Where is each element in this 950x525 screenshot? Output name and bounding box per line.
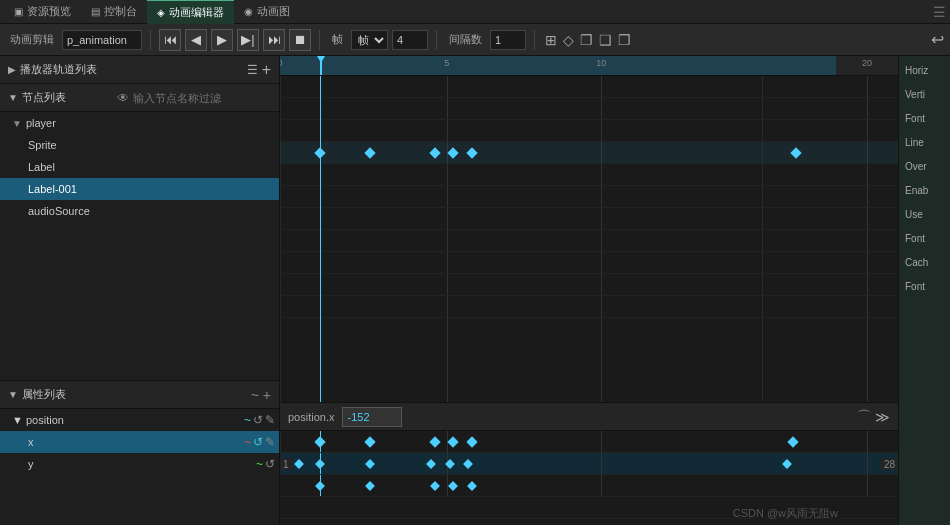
copy-icon[interactable]: ❐	[578, 32, 595, 48]
frame-value-input[interactable]	[392, 30, 428, 50]
prop-position-key-icon[interactable]: ✎	[265, 413, 275, 427]
ruler-mark-0: 0	[280, 58, 283, 68]
track-row-empty-5	[280, 274, 898, 296]
prop-y-reset-icon[interactable]: ↺	[265, 457, 275, 471]
kf-x-6[interactable]	[782, 459, 792, 469]
prop-position-wave-icon[interactable]: ~	[244, 413, 251, 427]
kf-pos-2[interactable]	[364, 436, 375, 447]
prop-y-wave-icon[interactable]: ~	[256, 457, 263, 471]
kf-x-5[interactable]	[464, 459, 474, 469]
tree-item-sprite[interactable]: Sprite	[0, 134, 279, 156]
right-item-verti[interactable]: Verti	[901, 84, 948, 106]
right-item-enab[interactable]: Enab	[901, 180, 948, 202]
track-filter-icon[interactable]: ☰	[247, 63, 258, 77]
property-add-button[interactable]: +	[263, 387, 271, 403]
track-add-button[interactable]: +	[262, 61, 271, 79]
kf-pos-5[interactable]	[466, 436, 477, 447]
curve-editor-icon[interactable]: ⌒	[857, 408, 871, 426]
stop-button[interactable]: ⏹	[289, 29, 311, 51]
tabs-menu-icon[interactable]: ☰	[933, 4, 946, 20]
tree-item-label[interactable]: Label	[0, 156, 279, 178]
kf-y-4[interactable]	[448, 481, 458, 491]
keyframe-label001-2[interactable]	[364, 147, 375, 158]
right-item-horiz[interactable]: Horiz	[901, 60, 948, 82]
timeline-playhead[interactable]	[320, 76, 321, 402]
keyframe-label001-6[interactable]	[790, 147, 801, 158]
property-wave-icon[interactable]: ~	[251, 387, 259, 403]
prop-x-reset-icon[interactable]: ↺	[253, 435, 263, 449]
play-button[interactable]: ▶	[211, 29, 233, 51]
sprite-label: Sprite	[28, 139, 57, 151]
kf-x-3[interactable]	[426, 459, 436, 469]
track-row-empty-2	[280, 208, 898, 230]
tree-item-audio-source[interactable]: audioSource	[0, 200, 279, 222]
track-section-header[interactable]: ▶ 播放器轨道列表 ☰ +	[0, 56, 279, 84]
frame-mode-select[interactable]: 帧	[351, 30, 388, 50]
btl-grid-0	[280, 431, 281, 452]
tab-resource-preview-label: 资源预览	[27, 4, 71, 19]
prop-y-icons: ~ ↺	[256, 457, 275, 471]
tab-resource-preview[interactable]: ▣ 资源预览	[4, 0, 81, 24]
right-item-font-2[interactable]: Font	[901, 228, 948, 250]
grid-icon[interactable]: ⊞	[543, 32, 559, 48]
property-input-bar: position.x ⌒ ≫	[280, 402, 898, 430]
tl-track-x: 1 28	[280, 453, 898, 475]
prop-y[interactable]: y ~ ↺	[0, 453, 279, 475]
duplicate-icon[interactable]: ❒	[616, 32, 633, 48]
skip-start-button[interactable]: ⏮	[159, 29, 181, 51]
right-item-font-1[interactable]: Font	[901, 108, 948, 130]
prop-x-wave-icon[interactable]: ~	[244, 435, 251, 449]
prop-x-key-icon[interactable]: ✎	[265, 435, 275, 449]
track-header-label: 播放器轨道列表	[20, 62, 243, 77]
kf-y-5[interactable]	[467, 481, 477, 491]
track-row-empty-1	[280, 186, 898, 208]
keyframe-label001-4[interactable]	[447, 147, 458, 158]
btl-playhead-y	[320, 475, 321, 496]
right-item-cach[interactable]: Cach	[901, 252, 948, 274]
kf-x-0[interactable]	[294, 459, 304, 469]
timeline-ruler[interactable]: 0 5 10 20	[280, 56, 898, 76]
timeline-bottom: 1 28	[280, 430, 898, 525]
kf-pos-4[interactable]	[447, 436, 458, 447]
node-tree: ▼ player Sprite Label Label-001 audioSou…	[0, 112, 279, 380]
property-arrow-icon: ▼	[8, 389, 18, 400]
tree-item-label-001[interactable]: Label-001	[0, 178, 279, 200]
exit-button[interactable]: ↩	[931, 30, 944, 49]
prop-position[interactable]: ▼ position ~ ↺ ✎	[0, 409, 279, 431]
prop-x[interactable]: x ~ ↺ ✎	[0, 431, 279, 453]
paste-icon[interactable]: ❑	[597, 32, 614, 48]
next-frame-button[interactable]: ▶|	[237, 29, 259, 51]
kf-x-2[interactable]	[365, 459, 375, 469]
right-item-line[interactable]: Line	[901, 132, 948, 154]
right-item-font-3[interactable]: Font	[901, 276, 948, 298]
kf-pos-3[interactable]	[429, 436, 440, 447]
skip-end-button[interactable]: ⏭	[263, 29, 285, 51]
animation-clip-label: 动画剪辑	[6, 32, 58, 47]
prop-position-reset-icon[interactable]: ↺	[253, 413, 263, 427]
tab-animation-editor[interactable]: ◈ 动画编辑器	[147, 0, 234, 24]
track-row-empty-3	[280, 230, 898, 252]
node-eye-icon[interactable]: 👁	[117, 91, 129, 105]
diamond-icon[interactable]: ◇	[561, 32, 576, 48]
kf-y-3[interactable]	[430, 481, 440, 491]
kf-pos-6[interactable]	[787, 436, 798, 447]
node-filter-input[interactable]	[133, 92, 271, 104]
animation-name-input[interactable]	[62, 30, 142, 50]
tab-animation-graph[interactable]: ◉ 动画图	[234, 0, 300, 24]
interval-input[interactable]	[490, 30, 526, 50]
tab-console[interactable]: ▤ 控制台	[81, 0, 147, 24]
tree-item-player[interactable]: ▼ player	[0, 112, 279, 134]
track-row-player	[280, 76, 898, 98]
frame-label: 帧	[328, 32, 347, 47]
ruler-mark-20: 20	[862, 58, 872, 68]
prev-frame-button[interactable]: ◀	[185, 29, 207, 51]
bottom-settings-icon[interactable]: ≫	[875, 409, 890, 425]
keyframe-label001-3[interactable]	[429, 147, 440, 158]
right-item-use[interactable]: Use	[901, 204, 948, 226]
left-panel: ▶ 播放器轨道列表 ☰ + ▼ 节点列表 👁 ▼ player Sprite	[0, 56, 280, 525]
kf-y-2[interactable]	[365, 481, 375, 491]
keyframe-label001-5[interactable]	[466, 147, 477, 158]
right-item-over[interactable]: Over	[901, 156, 948, 178]
prop-value-input[interactable]	[342, 407, 402, 427]
tab-console-label: 控制台	[104, 4, 137, 19]
